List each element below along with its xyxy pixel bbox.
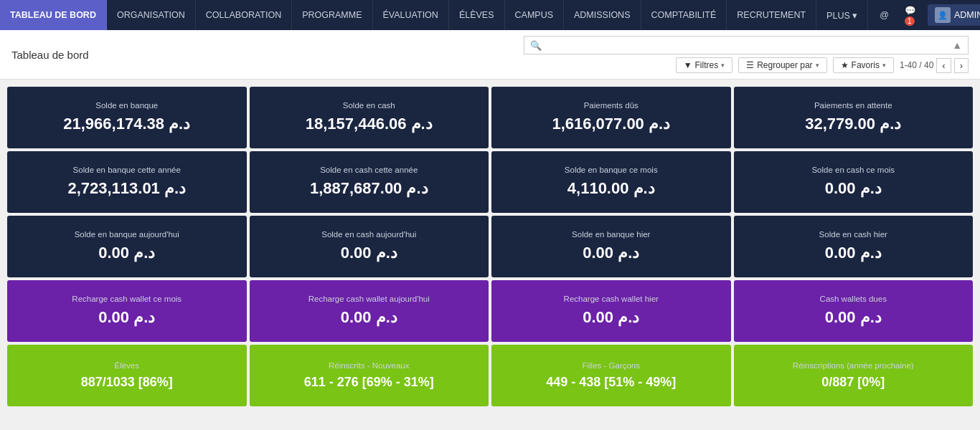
notifications-icon[interactable]: 💬 1 [900,2,920,29]
dash-row-row2: Solde en banque cette année2,723,113.01 … [7,151,973,213]
main-content: Solde en banque21,966,174.38 د.مSolde en… [0,80,980,430]
filter-row: ▼ Filtres ▾ ☰ Regrouper par ▾ ★ Favoris … [676,57,969,73]
list-icon: ☰ [746,60,754,70]
card-value: 0/887 [0%] [821,376,885,390]
dash-card-row2-2[interactable]: Solde en banque ce mois4,110.00 د.م [491,151,731,213]
nav-item-admissions[interactable]: ADMISSIONS [564,0,641,30]
card-value: 18,157,446.06 د.م [306,115,433,133]
dash-card-row3-1[interactable]: Solde en cash aujourd'hui0.00 د.م [250,216,489,277]
admin-menu[interactable]: 👤 ADMIN ▾ [928,4,980,26]
card-label: Paiements dûs [584,100,639,111]
nav-item-comptabilit-[interactable]: COMPTABILITÉ [641,0,727,30]
nav-item--l-ves[interactable]: ÉLÈVES [449,0,505,30]
search-input[interactable] [546,40,952,51]
nav-item-plus[interactable]: PLUS ▾ [816,0,868,30]
nav-item-programme[interactable]: PROGRAMME [292,0,372,30]
card-label: Solde en banque cette année [73,165,181,176]
card-label: Recharge cash wallet aujourd'hui [308,294,430,305]
admin-label: ADMIN [954,10,980,20]
dash-card-row4-1[interactable]: Recharge cash wallet aujourd'hui0.00 د.م [250,280,489,342]
card-label: Solde en banque aujourd'hui [75,229,179,240]
search-icon: 🔍 [530,40,542,51]
dash-card-row1-2[interactable]: Paiements dûs1,616,077.00 د.م [491,87,731,148]
at-icon[interactable]: @ [875,7,893,23]
card-value: 887/1033 [86%] [81,376,173,390]
filter-icon: ▼ [684,60,692,70]
prev-page-button[interactable]: ‹ [936,58,951,73]
dash-card-row5-2[interactable]: Filles - Garçons449 - 438 [51% - 49%] [491,345,731,406]
card-label: Cash wallets dues [820,294,887,305]
card-label: Solde en cash ce mois [811,165,895,176]
nav-right: @ 💬 1 👤 ADMIN ▾ [868,0,980,30]
card-value: 0.00 د.م [341,309,397,326]
dash-card-row5-0[interactable]: Élèves887/1033 [86%] [7,345,247,406]
dashboard-grid: Solde en banque21,966,174.38 د.مSolde en… [7,87,973,406]
dash-card-row3-2[interactable]: Solde en banque hier0.00 د.م [491,216,731,277]
dash-card-row2-3[interactable]: Solde en cash ce mois0.00 د.م [734,151,974,213]
dash-row-row4: Recharge cash wallet ce mois0.00 د.مRech… [7,280,973,342]
nav-item--valuation[interactable]: ÉVALUATION [373,0,449,30]
dash-card-row4-0[interactable]: Recharge cash wallet ce mois0.00 د.م [7,280,247,342]
card-label: Solde en cash aujourd'hui [321,229,416,240]
dash-card-row3-3[interactable]: Solde en cash hier0.00 د.م [734,216,974,277]
admin-avatar: 👤 [935,7,951,23]
card-label: Recharge cash wallet hier [564,294,659,305]
card-value: 0.00 د.م [825,309,882,326]
pagination-text: 1-40 / 40 [900,60,933,70]
card-value: 0.00 د.م [583,244,639,262]
nav-item-recrutement[interactable]: RECRUTEMENT [727,0,816,30]
group-arrow-icon: ▾ [816,62,819,69]
dash-card-row4-3[interactable]: Cash wallets dues0.00 د.م [734,280,974,342]
toolbar-right: 🔍 ▲ ▼ Filtres ▾ ☰ Regrouper par ▾ ★ Favo… [524,36,969,73]
card-value: 0.00 د.م [341,244,397,262]
card-label: Élèves [114,360,139,371]
dash-card-row4-2[interactable]: Recharge cash wallet hier0.00 د.م [491,280,731,342]
dash-card-row2-1[interactable]: Solde en cash cette année1,887,687.00 د.… [250,151,489,213]
card-label: Solde en cash [343,100,395,111]
fav-arrow-icon: ▾ [882,62,886,69]
dash-card-row1-1[interactable]: Solde en cash18,157,446.06 د.م [250,87,489,148]
card-label: Recharge cash wallet ce mois [72,294,182,305]
filter-button[interactable]: ▼ Filtres ▾ [676,57,733,73]
dash-card-row2-0[interactable]: Solde en banque cette année2,723,113.01 … [7,151,247,213]
card-value: 21,966,174.38 د.م [63,115,190,133]
toolbar: Tableau de bord 🔍 ▲ ▼ Filtres ▾ ☰ Regrou… [0,30,980,80]
card-label: Solde en cash hier [819,229,887,240]
nav-item-collaboration[interactable]: COLLABORATION [196,0,292,30]
dash-row-row3: Solde en banque aujourd'hui0.00 د.مSolde… [7,216,973,277]
card-value: 0.00 د.م [98,309,155,326]
group-by-label: Regrouper par [757,60,812,70]
dash-row-row5: Élèves887/1033 [86%]Réinscrits - Nouveau… [7,345,973,406]
card-label: Filles - Garçons [582,360,640,371]
dash-row-row1: Solde en banque21,966,174.38 د.مSolde en… [7,87,973,148]
nav-item-organisation[interactable]: ORGANISATION [107,0,196,30]
nav-item-tableau-de-bord[interactable]: TABLEAU DE BORD [0,0,107,30]
favorites-button[interactable]: ★ Favoris ▾ [833,57,894,73]
card-value: 4,110.00 د.م [567,180,655,197]
navbar: TABLEAU DE BORDORGANISATIONCOLLABORATION… [0,0,980,30]
filter-label: Filtres [695,60,719,70]
nav-item-campus[interactable]: CAMPUS [505,0,564,30]
card-value: 611 - 276 [69% - 31%] [304,376,434,390]
card-label: Solde en banque [95,100,158,111]
card-value: 0.00 د.م [98,244,155,262]
group-by-button[interactable]: ☰ Regrouper par ▾ [738,57,826,73]
card-value: 32,779.00 د.م [805,115,901,133]
next-page-button[interactable]: › [954,58,969,73]
dash-card-row1-0[interactable]: Solde en banque21,966,174.38 د.م [7,87,247,148]
search-box: 🔍 ▲ [524,36,969,54]
dash-card-row5-1[interactable]: Réinscrits - Nouveaux611 - 276 [69% - 31… [250,345,489,406]
filter-arrow-icon: ▾ [721,62,725,69]
card-value: 1,887,687.00 د.م [310,180,428,197]
card-value: 0.00 د.م [583,309,639,326]
dash-card-row1-3[interactable]: Paiements en attente32,779.00 د.م [734,87,974,148]
dash-card-row5-3[interactable]: Réinscriptions (année prochaine)0/887 [0… [734,345,974,406]
card-value: 449 - 438 [51% - 49%] [546,376,676,390]
notif-badge: 1 [905,16,915,26]
card-label: Réinscrits - Nouveaux [329,360,409,371]
dash-card-row3-0[interactable]: Solde en banque aujourd'hui0.00 د.م [7,216,247,277]
search-expand-icon[interactable]: ▲ [952,39,962,51]
card-label: Solde en banque hier [572,229,650,240]
card-value: 0.00 د.م [825,244,882,262]
card-label: Solde en banque ce mois [565,165,658,176]
